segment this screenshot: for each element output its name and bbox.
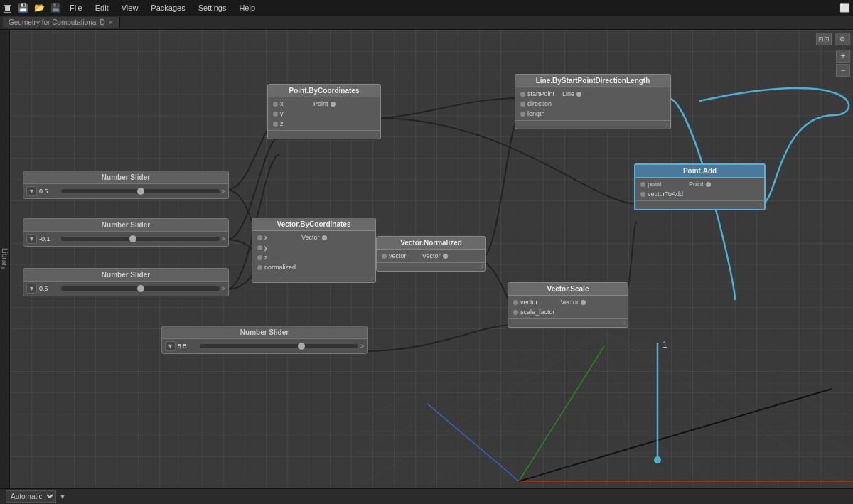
port-x-dot[interactable]: [273, 102, 278, 107]
slider-4-decrease[interactable]: ▼: [165, 341, 176, 351]
port-z-dot[interactable]: [273, 122, 278, 127]
run-mode-arrow[interactable]: ▼: [59, 493, 66, 500]
vs-output-dot[interactable]: [581, 300, 586, 305]
svg-line-17: [604, 332, 853, 453]
number-slider-2: Number Slider ▼ -0.1 >: [23, 218, 229, 247]
vn-output: Vector: [419, 251, 453, 261]
vbc-port-x: x: [252, 232, 299, 242]
line-port-dir: direction: [515, 99, 558, 109]
vbc-port-y-dot[interactable]: [257, 245, 262, 250]
slider-2-track[interactable]: [61, 237, 220, 241]
tabbar: Geometry for Computational D ✕: [0, 16, 853, 30]
pa-output: Point: [686, 179, 716, 189]
port-y: y: [268, 109, 311, 119]
vn-port-vector: vector: [377, 251, 419, 261]
vn-port-vector-dot[interactable]: [382, 254, 387, 259]
vs-port-scale-dot[interactable]: [513, 310, 518, 315]
svg-line-13: [604, 332, 640, 488]
slider-2-decrease[interactable]: ▼: [26, 234, 37, 244]
vector-by-coordinates-header: Vector.ByCoordinates: [252, 218, 375, 231]
output-point-dot[interactable]: [331, 102, 336, 107]
slider-2-increase[interactable]: >: [222, 235, 225, 242]
zoom-in-button[interactable]: +: [836, 50, 850, 63]
line-port-dir-dot[interactable]: [520, 102, 525, 107]
tab-label: Geometry for Computational D: [9, 18, 105, 26]
corner-icons: ⊡⊡ ⚙: [816, 33, 850, 45]
line-node-footer: l: [515, 120, 670, 129]
svg-text:1: 1: [662, 340, 667, 350]
line-output: Line: [559, 89, 586, 99]
slider-1-track[interactable]: [61, 189, 220, 193]
slider-3-increase[interactable]: >: [222, 285, 225, 292]
titlebar: ▣ 💾 📂 💾 File Edit View Packages Settings…: [0, 0, 853, 16]
output-point: Point: [311, 99, 340, 109]
line-port-start: startPoint: [515, 89, 558, 99]
zoom-fit-button[interactable]: ⊡⊡: [816, 33, 832, 45]
vbc-port-x-dot[interactable]: [257, 235, 262, 240]
line-by-start-point-node: Line.ByStartPointDirectionLength startPo…: [515, 74, 671, 129]
pa-output-dot[interactable]: [706, 182, 711, 187]
port-y-dot[interactable]: [273, 112, 278, 117]
vector-by-coordinates-outputs: Vector: [299, 231, 332, 274]
port-x: x: [268, 99, 311, 109]
slider-4-increase[interactable]: >: [360, 343, 364, 350]
svg-line-18: [604, 332, 853, 417]
menu-edit[interactable]: Edit: [92, 2, 112, 14]
vs-header: Vector.Scale: [508, 283, 628, 296]
slider-4-track[interactable]: [200, 344, 358, 348]
slider-3-track[interactable]: [61, 286, 220, 291]
pa-port-vector-dot[interactable]: [640, 192, 645, 197]
slider-2-header: Number Slider: [23, 219, 228, 232]
number-slider-4: Number Slider ▼ 5.5 >: [161, 326, 368, 354]
vbc-port-z-dot[interactable]: [257, 255, 262, 260]
slider-3-decrease[interactable]: ▼: [26, 284, 37, 294]
vbc-port-y: y: [252, 242, 299, 252]
vbc-footer: l: [252, 274, 375, 282]
zoom-out-button[interactable]: −: [836, 64, 850, 77]
line-port-start-dot[interactable]: [520, 92, 525, 97]
pa-port-point-dot[interactable]: [640, 182, 645, 187]
menu-view[interactable]: View: [119, 2, 141, 14]
point-add-header: Point.Add: [635, 165, 764, 178]
point-by-coordinates-footer: l: [268, 130, 380, 139]
vs-port-vector-dot[interactable]: [513, 300, 518, 305]
vs-output: Vector: [558, 297, 591, 307]
run-mode-select[interactable]: Automatic Manual Periodic: [6, 490, 56, 503]
line-output-dot[interactable]: [576, 92, 581, 97]
menu-settings[interactable]: Settings: [195, 2, 230, 14]
pa-footer: l: [635, 200, 764, 209]
vn-output-dot[interactable]: [443, 254, 448, 259]
vn-footer: l: [377, 262, 485, 271]
point-by-coordinates-node: Point.ByCoordinates x y z: [267, 84, 381, 139]
slider-1-decrease[interactable]: ▼: [26, 186, 37, 196]
vbc-port-norm: normalized: [252, 262, 299, 272]
open-icon[interactable]: 📂: [34, 3, 45, 13]
menu-help[interactable]: Help: [236, 2, 258, 14]
svg-point-30: [654, 456, 661, 463]
main-tab[interactable]: Geometry for Computational D ✕: [3, 17, 120, 28]
svg-line-21: [355, 332, 604, 453]
canvas[interactable]: ⊡⊡ ⚙ + − Number Slider ▼ 0.5 > Number Sl…: [10, 30, 853, 488]
vbc-output-dot[interactable]: [322, 235, 327, 240]
line-port-len-dot[interactable]: [520, 112, 525, 117]
workspace: Library: [0, 30, 853, 488]
port-z: z: [268, 119, 311, 129]
save2-icon[interactable]: 💾: [50, 3, 61, 13]
line-node-header: Line.ByStartPointDirectionLength: [515, 75, 670, 87]
vn-outputs: Vector: [419, 250, 453, 262]
number-slider-3: Number Slider ▼ 0.5 >: [23, 268, 229, 296]
save-icon[interactable]: 💾: [18, 3, 28, 13]
pa-port-vector: vectorToAdd: [635, 189, 686, 199]
maximize-icon[interactable]: ⬜: [839, 3, 850, 13]
slider-4-header: Number Slider: [162, 326, 367, 339]
vn-inputs: vector: [377, 250, 419, 262]
menu-packages[interactable]: Packages: [148, 2, 188, 14]
library-sidebar[interactable]: Library: [0, 30, 10, 488]
menu-file[interactable]: File: [67, 2, 85, 14]
vector-by-coordinates-node: Vector.ByCoordinates x y z: [252, 218, 376, 283]
vbc-port-norm-dot[interactable]: [257, 265, 262, 270]
slider-1-increase[interactable]: >: [222, 188, 225, 195]
slider-4-value: 5.5: [178, 343, 198, 350]
tab-close[interactable]: ✕: [108, 19, 114, 26]
settings-button[interactable]: ⚙: [835, 33, 850, 45]
